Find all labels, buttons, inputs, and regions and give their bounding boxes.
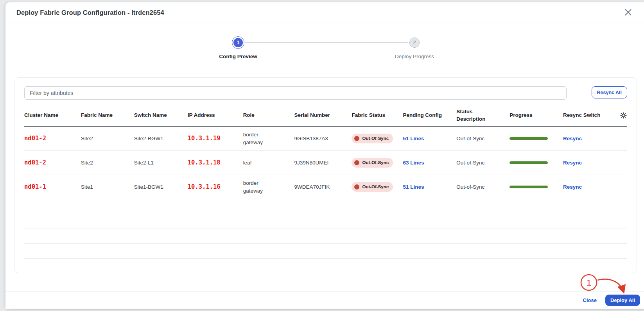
pending-config-link[interactable]: 51 Lines [403,184,424,190]
resync-switch-cell: Resync [563,135,618,143]
fabric-status-text: Out-Of-Sync [362,184,389,190]
column-header-fabric-name: Fabric Name [81,112,134,119]
empty-table-row [24,229,627,244]
filter-input[interactable] [24,86,567,100]
empty-table-row [24,244,627,259]
progress-bar [509,186,548,188]
status-description-cell: Out-of-Sync [456,135,509,143]
cluster-name-cell: nd01-2 [24,158,81,167]
fabric-status-text: Out-Of-Sync [362,135,389,142]
fabric-name-cell: Site2 [81,159,134,167]
progress-cell [509,161,563,164]
resync-switch-cell: Resync [563,159,618,167]
status-description-cell: Out-of-Sync [456,183,509,191]
pending-config-link[interactable]: 51 Lines [403,136,424,141]
callout-arrow [597,279,624,292]
cluster-name-cell: nd01-2 [24,134,81,143]
serial-number-cell: 9J39N80UMEI [294,159,352,167]
serial-number-cell: 9WDEA70JFIK [294,183,352,191]
wizard-stepper: 1 Config Preview 2 Deploy Progress [5,23,644,75]
fabric-status-cell: Out-Of-Sync [352,158,403,168]
progress-bar [509,161,548,164]
column-header-fabric-status: Fabric Status [352,112,403,119]
pending-config-cell: 51 Lines [403,135,456,143]
empty-table-row [24,214,627,229]
fabric-name-cell: Site2 [81,135,134,143]
switch-name-cell: Site2-L1 [134,159,188,167]
pending-config-link[interactable]: 63 Lines [403,160,424,166]
table-header-row: Cluster Name Fabric Name Switch Name IP … [24,105,627,127]
step-1-circle: 1 [232,36,244,49]
ip-address-cell: 10.3.1.16 [188,182,243,191]
status-dot-icon [354,136,359,141]
table-row: nd01-2 Site2 Site2-BGW1 10.3.1.19 border… [24,127,627,151]
status-description-cell: Out-of-Sync [456,159,509,167]
column-header-serial-number: Serial Number [294,112,352,119]
callout-number: 1 [587,278,591,288]
status-dot-icon [354,184,359,189]
column-header-role: Role [243,112,294,119]
fabric-status-cell: Out-Of-Sync [352,182,403,192]
column-header-switch-name: Switch Name [134,112,188,119]
status-dot-icon [354,160,359,165]
resync-link[interactable]: Resync [563,184,582,190]
close-dialog-button[interactable] [622,6,634,18]
role-cell: border gateway [243,131,294,146]
resync-link[interactable]: Resync [563,136,582,141]
fabric-status-badge: Out-Of-Sync [352,182,393,192]
role-cell: border gateway [243,179,294,195]
column-header-progress: Progress [509,112,563,119]
table-body: nd01-2 Site2 Site2-BGW1 10.3.1.19 border… [24,127,627,273]
pending-config-cell: 51 Lines [403,183,456,191]
config-preview-panel: Resync All Cluster Name Fabric Name Swit… [14,77,637,273]
progress-cell [509,137,563,140]
empty-table-row [24,259,627,273]
switch-name-cell: Site1-BGW1 [134,183,188,191]
resync-all-button[interactable]: Resync All [592,86,627,98]
dialog-title: Deploy Fabric Group Configuration - ltrd… [16,9,164,16]
fabric-status-text: Out-Of-Sync [362,159,389,166]
table-toolbar: Resync All [15,78,637,105]
role-cell: leaf [243,159,294,167]
column-header-pending-config: Pending Config [403,112,456,119]
ip-address-cell: 10.3.1.19 [188,134,243,143]
step-2-number: 2 [409,38,420,48]
dialog-footer: Close Deploy All [5,291,644,309]
stepper-connector [245,42,409,43]
progress-cell [509,186,563,188]
empty-table-row [24,199,627,214]
progress-bar [509,137,548,140]
pending-config-cell: 63 Lines [403,159,456,167]
progress-track [509,137,548,140]
gear-icon [620,112,627,119]
resync-link[interactable]: Resync [563,160,582,166]
column-header-status-description: Status Description [456,108,509,122]
fabric-status-badge: Out-Of-Sync [352,134,393,144]
cluster-name-cell: nd01-1 [24,182,81,191]
column-header-cluster-name: Cluster Name [24,112,81,119]
column-header-ip-address: IP Address [188,112,243,119]
progress-track [509,186,548,188]
step-2-label: Deploy Progress [395,54,434,59]
resync-switch-cell: Resync [563,183,618,191]
ip-address-cell: 10.3.1.18 [188,158,243,167]
deploy-all-button[interactable]: Deploy All [605,295,640,306]
serial-number-cell: 9GISB1387A3 [294,135,352,143]
close-button[interactable]: Close [583,297,597,303]
fabric-status-cell: Out-Of-Sync [352,134,403,144]
deploy-fabric-dialog: Deploy Fabric Group Configuration - ltrd… [5,2,644,309]
step-1-number: 1 [233,38,243,47]
table-row: nd01-1 Site1 Site1-BGW1 10.3.1.16 border… [24,175,627,199]
fabric-status-badge: Out-Of-Sync [352,158,393,168]
close-icon [623,7,633,17]
step-1-label: Config Preview [219,54,257,59]
fabric-name-cell: Site1 [81,183,134,191]
table-settings-button[interactable] [620,112,627,119]
switch-name-cell: Site2-BGW1 [134,135,188,143]
step-2-circle: 2 [408,36,421,49]
progress-track [509,161,548,164]
callout-circle [581,275,597,290]
switches-table: Cluster Name Fabric Name Switch Name IP … [24,105,627,273]
dialog-header: Deploy Fabric Group Configuration - ltrd… [5,2,644,23]
column-header-resync-switch: Resync Switch [563,112,618,119]
